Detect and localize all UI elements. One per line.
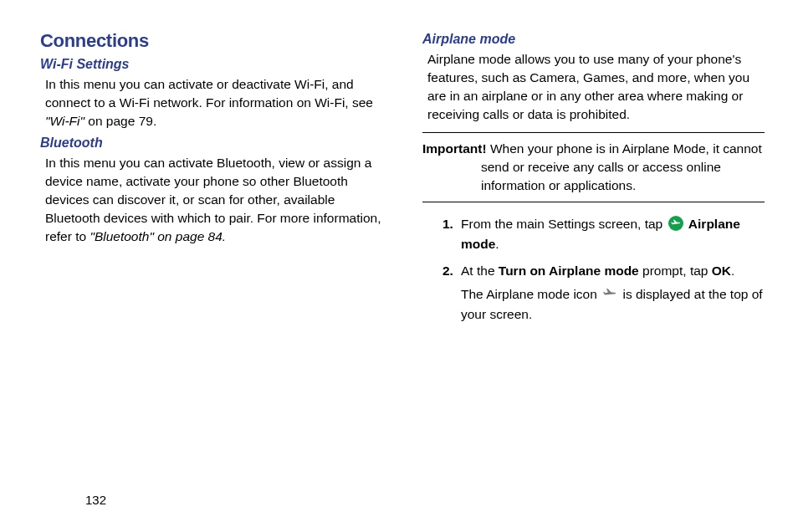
left-column: Connections Wi-Fi Settings In this menu … (40, 30, 382, 331)
important-content: Important! When your phone is in Airplan… (422, 140, 765, 195)
step-2-sub: The Airplane mode icon is displayed at t… (461, 284, 765, 325)
step-2-mid: prompt, tap (639, 263, 712, 278)
subsection-bluetooth: Bluetooth (40, 136, 382, 151)
airplane-steps: 1. From the main Settings screen, tap Ai… (422, 214, 765, 325)
step-2-bold2: OK (712, 263, 731, 278)
step-1: 1. From the main Settings screen, tap Ai… (442, 214, 765, 254)
page-number: 132 (85, 493, 106, 507)
step-2-sub-pre: The Airplane mode icon (461, 287, 601, 301)
step-2-number: 2. (442, 261, 453, 281)
wifi-ref: "Wi-Fi" (45, 114, 84, 128)
section-title-connections: Connections (40, 30, 382, 52)
bluetooth-ref: "Bluetooth" on page 84. (90, 229, 226, 243)
right-column: Airplane mode Airplane mode allows you t… (422, 30, 765, 331)
step-1-post: . (495, 237, 499, 251)
wifi-body-pre: In this menu you can activate or deactiv… (45, 77, 373, 110)
step-2: 2. At the Turn on Airplane mode prompt, … (442, 261, 765, 325)
airplane-body: Airplane mode allows you to use many of … (422, 50, 765, 124)
important-callout: Important! When your phone is in Airplan… (422, 132, 765, 202)
wifi-body: In this menu you can activate or deactiv… (40, 75, 382, 130)
page-content: Connections Wi-Fi Settings In this menu … (0, 0, 798, 331)
subsection-airplane-mode: Airplane mode (422, 32, 765, 47)
bluetooth-body: In this menu you can activate Bluetooth,… (40, 154, 382, 246)
step-1-pre: From the main Settings screen, tap (461, 217, 667, 231)
important-label: Important! (422, 141, 487, 156)
wifi-body-post: on page 79. (84, 114, 156, 128)
airplane-icon-gray (602, 286, 617, 301)
step-2-post: . (731, 263, 734, 278)
airplane-mode-icon (668, 216, 683, 231)
step-2-pre: At the (461, 263, 499, 278)
important-text: When your phone is in Airplane Mode, it … (481, 141, 762, 192)
step-2-bold1: Turn on Airplane mode (499, 263, 639, 278)
step-1-number: 1. (442, 214, 453, 234)
subsection-wifi-settings: Wi-Fi Settings (40, 57, 382, 72)
